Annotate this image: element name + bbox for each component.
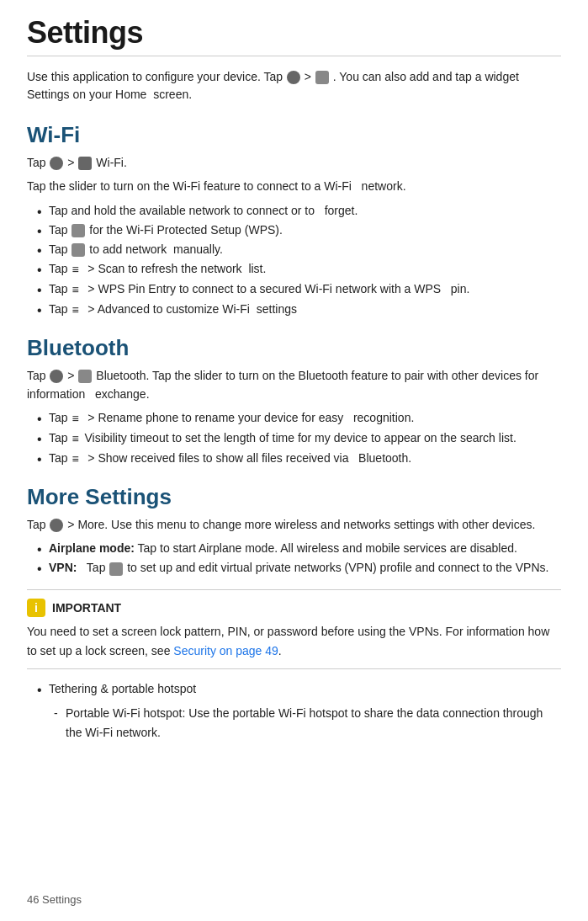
wifi-bullet-2: Tap for the Wi-Fi Protected Setup (WPS). — [37, 221, 561, 240]
add-vpn-icon — [109, 562, 123, 576]
bt-bullet-1: Tap ≡ > Rename phone to rename your devi… — [37, 408, 561, 429]
tethering-section: Tethering & portable hotspot Portable Wi… — [27, 679, 561, 743]
more-bullet-2: VPN: Tap to set up and edit virtual priv… — [37, 558, 561, 578]
menu-icon-bt1: ≡ — [72, 409, 83, 429]
more-settings-title: More Settings — [27, 484, 561, 510]
wifi-bullet-1: Tap and hold the available network to co… — [37, 201, 561, 221]
tethering-sub-list: Portable Wi-Fi hotspot: Use the portable… — [27, 704, 561, 743]
more-settings-section: More Settings Tap > More. Use this menu … — [27, 484, 561, 578]
menu-icon-1: ≡ — [72, 260, 83, 279]
wifi-bullet-4: Tap ≡ > Scan to refresh the network list… — [37, 259, 561, 279]
bluetooth-bullet-list: Tap ≡ > Rename phone to rename your devi… — [27, 408, 561, 469]
important-text-after: . — [278, 644, 282, 657]
important-header: i IMPORTANT — [27, 599, 561, 617]
wifi-icon — [78, 157, 92, 170]
add-icon — [72, 243, 85, 257]
bluetooth-icon — [78, 370, 92, 383]
menu-icon-2: ≡ — [72, 280, 83, 300]
wifi-bullet-list: Tap and hold the available network to co… — [27, 201, 561, 320]
gear-icon-bt — [50, 370, 63, 383]
wifi-intro1: Tap > Wi-Fi. — [27, 153, 561, 172]
gear-icon — [287, 71, 300, 84]
important-label: IMPORTANT — [52, 601, 121, 615]
more-bullet-1: Airplane mode: Tap to start Airplane mod… — [37, 539, 561, 558]
more-settings-intro: Tap > More. Use this menu to change more… — [27, 515, 561, 534]
gear-icon-wifi — [50, 157, 63, 170]
wifi-title: Wi-Fi — [27, 122, 561, 148]
wifi-intro2: Tap the slider to turn on the Wi-Fi feat… — [27, 177, 561, 195]
tethering-bullet: Tethering & portable hotspot — [37, 679, 561, 699]
menu-icon-3: ≡ — [72, 301, 83, 320]
page-title: Settings — [27, 15, 561, 51]
bluetooth-section: Bluetooth Tap > Bluetooth. Tap the slide… — [27, 335, 561, 469]
wifi-bullet-3: Tap to add network manually. — [37, 240, 561, 259]
important-icon: i — [27, 599, 45, 617]
more-settings-bullet-list: Airplane mode: Tap to start Airplane mod… — [27, 539, 561, 578]
bluetooth-intro: Tap > Bluetooth. Tap the slider to turn … — [27, 366, 561, 404]
gear-icon-more — [50, 519, 63, 532]
wifi-section: Wi-Fi Tap > Wi-Fi. Tap the slider to tur… — [27, 122, 561, 320]
security-link[interactable]: Security on page 49 — [173, 644, 278, 657]
menu-icon-bt3: ≡ — [72, 450, 83, 469]
bluetooth-title: Bluetooth — [27, 335, 561, 361]
settings-icon — [315, 71, 329, 84]
bt-bullet-2: Tap ≡Visibility timeout to set the lengt… — [37, 429, 561, 449]
intro-text: Use this application to configure your d… — [27, 68, 561, 104]
menu-icon-bt2: ≡ — [72, 429, 83, 449]
tethering-sub-bullet: Portable Wi-Fi hotspot: Use the portable… — [50, 704, 561, 743]
important-text: You need to set a screen lock pattern, P… — [27, 622, 561, 660]
wps-icon — [72, 224, 85, 237]
tethering-bullet-list: Tethering & portable hotspot — [27, 679, 561, 699]
bt-bullet-3: Tap ≡ > Show received files to show all … — [37, 449, 561, 469]
wifi-bullet-6: Tap ≡ > Advanced to customize Wi-Fi sett… — [37, 300, 561, 320]
wifi-bullet-5: Tap ≡ > WPS Pin Entry to connect to a se… — [37, 279, 561, 300]
title-divider — [27, 56, 561, 56]
important-box: i IMPORTANT You need to set a screen loc… — [27, 589, 561, 669]
important-text-before: You need to set a screen lock pattern, P… — [27, 625, 549, 657]
page-footer: 46 Settings — [27, 893, 82, 906]
